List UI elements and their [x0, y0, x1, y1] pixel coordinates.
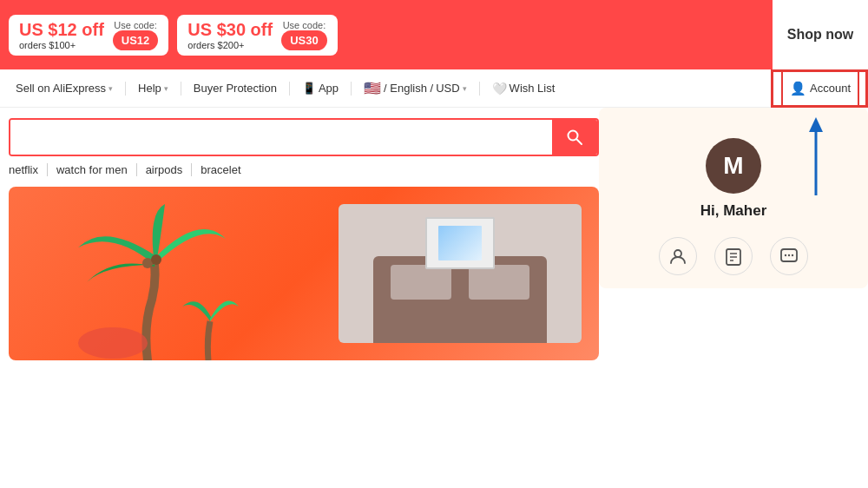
promo2-code[interactable]: US30 — [281, 30, 327, 50]
help-chevron-icon: ▾ — [164, 84, 168, 93]
promo1-code[interactable]: US12 — [113, 30, 159, 50]
promo-card-2[interactable]: US $30 off orders $200+ Use code: US30 — [177, 15, 337, 56]
suggestion-bracelet[interactable]: bracelet — [201, 163, 249, 176]
promo2-condition: orders $200+ — [187, 40, 273, 50]
user-orders-link[interactable] — [714, 237, 753, 275]
heart-icon: 🤍 — [492, 82, 507, 96]
svg-point-12 — [151, 254, 161, 265]
suggestion-watch-for-men[interactable]: watch for men — [56, 163, 137, 176]
suggestion-netflix[interactable]: netflix — [9, 163, 48, 176]
svg-point-21 — [788, 254, 790, 256]
user-profile-link[interactable] — [659, 237, 697, 275]
nav-divider-1 — [125, 82, 126, 96]
svg-point-22 — [792, 254, 793, 256]
language-chevron-icon: ▾ — [463, 84, 467, 93]
promo1-use-code-label: Use code: — [114, 20, 157, 30]
nav-divider-4 — [351, 82, 352, 96]
svg-line-8 — [576, 139, 582, 144]
palm-tree-illustration — [61, 195, 252, 360]
suggestion-airpods[interactable]: airpods — [146, 163, 193, 176]
promo2-amount: US $30 off — [187, 20, 273, 40]
user-panel: M Hi, Maher — [599, 108, 868, 288]
nav-divider-2 — [181, 82, 181, 96]
promo1-condition: orders $100+ — [19, 40, 104, 50]
user-avatar: M — [706, 138, 761, 194]
main-content: M Hi, Maher — [0, 187, 868, 465]
language-selector[interactable]: 🇺🇸 / English / USD ▾ — [357, 80, 474, 96]
svg-rect-1 — [720, 0, 773, 69]
help-link[interactable]: Help ▾ — [131, 82, 175, 95]
flag-icon: 🇺🇸 — [364, 80, 381, 96]
navbar: Sell on AliExpress ▾ Help ▾ Buyer Protec… — [0, 69, 868, 108]
search-icon — [566, 129, 583, 146]
sell-on-aliexpress-link[interactable]: Sell on AliExpress ▾ — [9, 82, 120, 95]
search-input[interactable] — [10, 120, 552, 155]
account-button[interactable]: 👤 Account — [781, 69, 859, 107]
promo1-amount: US $12 off — [19, 20, 104, 40]
messages-icon — [770, 237, 808, 275]
sell-chevron-icon: ▾ — [108, 84, 113, 93]
search-bar — [9, 118, 599, 156]
nav-divider-3 — [289, 82, 290, 96]
user-messages-link[interactable] — [770, 237, 808, 275]
svg-point-14 — [674, 250, 681, 257]
app-link[interactable]: 📱 App — [295, 82, 345, 95]
promo2-use-code-label: Use code: — [283, 20, 326, 30]
wishlist-link[interactable]: 🤍 Wish List — [485, 82, 562, 96]
promo-card-1[interactable]: US $12 off orders $100+ Use code: US12 — [9, 15, 168, 56]
user-actions — [659, 237, 808, 275]
shop-now-button[interactable]: Shop now — [773, 0, 868, 69]
mobile-icon: 📱 — [302, 82, 316, 95]
promo-image-banner — [9, 187, 599, 360]
promo-banner: US $12 off orders $100+ Use code: US12 U… — [0, 0, 868, 69]
profile-icon — [659, 237, 697, 275]
nav-divider-5 — [479, 82, 480, 96]
account-user-icon: 👤 — [790, 81, 806, 96]
user-greeting: Hi, Maher — [700, 202, 767, 220]
buyer-protection-link[interactable]: Buyer Protection — [187, 82, 284, 95]
search-button[interactable] — [552, 120, 597, 155]
orders-icon — [714, 237, 753, 275]
svg-point-20 — [785, 254, 786, 256]
svg-point-13 — [78, 327, 148, 359]
